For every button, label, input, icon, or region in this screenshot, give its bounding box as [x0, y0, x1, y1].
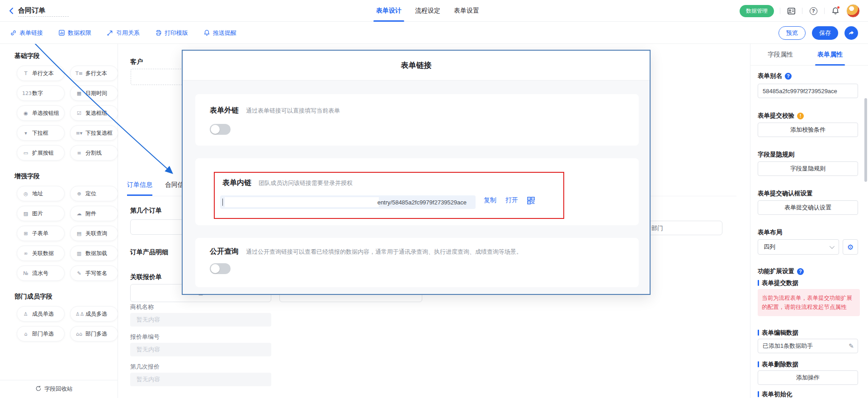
field-item-single-line-text[interactable]: T单行文本	[17, 66, 65, 81]
field-item-select[interactable]: ▾下拉框	[17, 125, 65, 141]
alias-input[interactable]: 58485a2fc9979f2739529ace	[758, 84, 858, 98]
extend-button-icon: ▭	[22, 150, 29, 156]
field-item-subform[interactable]: ⊞子表单	[17, 226, 65, 241]
field-item-checkbox-group[interactable]: ☑复选框组	[70, 105, 118, 121]
submit-confirm-button[interactable]: 表单提交确认设置	[758, 200, 858, 215]
field-item-label: 流水号	[32, 270, 48, 277]
preview-button[interactable]: 预览	[778, 26, 806, 40]
field-item-member-multi[interactable]: ♙♙成员多选	[70, 306, 118, 322]
field-item-related-query[interactable]: ▤关联查询	[70, 226, 118, 241]
toolbar-item-push-reminder[interactable]: 推送提醒	[203, 29, 236, 37]
add-validation-button[interactable]: 添加校验条件	[758, 123, 858, 137]
multi-select-icon: ≡▾	[75, 130, 83, 136]
tab-order-info[interactable]: 订单信息	[127, 181, 152, 196]
header-tab-flow-setting[interactable]: 流程设定	[415, 0, 440, 22]
field-item-radio-group[interactable]: ◉单选按钮组	[17, 105, 65, 121]
qrcode-icon[interactable]	[527, 197, 535, 206]
public-query-toggle[interactable]	[210, 263, 231, 274]
header-tab-form-setting[interactable]: 表单设置	[454, 0, 479, 22]
toolbar-item-print-template[interactable]: 打印模版	[155, 29, 188, 37]
recycle-label: 字段回收站	[44, 385, 73, 393]
field-item-divider[interactable]: ≡分割线	[70, 145, 118, 161]
field-item-attachment[interactable]: ☁附件	[70, 206, 118, 221]
help-icon[interactable]: ?	[797, 268, 804, 275]
save-button[interactable]: 保存	[812, 26, 838, 40]
field-recycle-bin[interactable]: 字段回收站	[0, 380, 118, 398]
field-label-related-quote: 关联报价单	[130, 273, 162, 281]
field-item-multi-line-text[interactable]: T≡多行文本	[70, 66, 118, 81]
avatar[interactable]	[846, 4, 860, 18]
external-link-toggle[interactable]	[210, 124, 231, 135]
open-link-button[interactable]: 打开	[505, 196, 518, 204]
field-item-address[interactable]: ◎地址	[17, 186, 65, 201]
help-icon[interactable]: ?	[785, 73, 792, 80]
field-item-label: 多行文本	[85, 70, 107, 77]
redacted-area	[225, 197, 379, 207]
location-icon: ⊕	[75, 191, 83, 197]
checkbox-group-icon: ☑	[75, 110, 83, 116]
toolbar-left: 表单链接数据权限引用关系打印模版推送提醒	[10, 22, 236, 44]
public-query-title: 公开查询	[210, 247, 239, 256]
field-label-order-detail: 订单产品明细	[130, 248, 168, 256]
field-item-label: 下拉框	[32, 129, 48, 137]
field-item-location[interactable]: ⊕定位	[70, 186, 118, 201]
toolbar-item-reference-relation[interactable]: 引用关系	[107, 29, 140, 37]
readonly-value-1: 暂无内容	[130, 343, 271, 356]
field-item-data-load[interactable]: ▥数据加载	[70, 246, 118, 261]
edit-pencil-icon[interactable]: ✎	[849, 342, 854, 350]
subform-icon: ⊞	[22, 231, 29, 237]
form-link-modal: 表单链接 表单外链 通过表单链接可以直接填写当前表单 表单内链 团队成员访问该链…	[182, 50, 651, 295]
field-item-number[interactable]: 123数字	[17, 85, 65, 101]
push-icon	[203, 29, 210, 36]
readonly-label-0: 商机名称	[130, 303, 154, 311]
field-item-label: 成员多选	[85, 310, 107, 318]
visibility-rules-button[interactable]: 字段显隐规则	[758, 161, 858, 176]
layout-gear-button[interactable]: ⚙	[843, 239, 858, 255]
field-item-signature[interactable]: ✎手写签名	[70, 265, 118, 281]
signature-icon: ✎	[75, 270, 83, 276]
external-link-desc: 通过表单链接可以直接填写当前表单	[246, 107, 340, 115]
section-title: 部门成员字段	[14, 293, 118, 301]
internal-link-desc: 团队成员访问该链接需要登录并授权	[259, 179, 353, 187]
tab-field-properties[interactable]: 字段属性	[768, 44, 793, 66]
validate-label: 表单提交校验 !	[758, 112, 804, 120]
field-item-serial-number[interactable]: №流水号	[17, 265, 65, 281]
toolbar-item-data-permission[interactable]: 数据权限	[58, 29, 91, 37]
field-item-label: 单行文本	[32, 70, 54, 77]
help-icon[interactable]: ?	[808, 6, 818, 16]
copy-link-button[interactable]: 复制	[484, 196, 496, 204]
layout-select[interactable]: 四列	[758, 239, 839, 255]
header-tab-form-design[interactable]: 表单设计	[376, 0, 401, 22]
field-item-member-single[interactable]: ♙成员单选	[17, 306, 65, 322]
print-icon	[155, 29, 162, 36]
field-item-image[interactable]: ▨图片	[17, 206, 65, 221]
field-item-label: 关联数据	[32, 250, 54, 257]
field-item-label: 数字	[32, 90, 43, 97]
notification-bell-icon[interactable]	[830, 6, 840, 16]
edit-data-section: 表单编辑数据	[758, 329, 798, 337]
share-button[interactable]	[844, 26, 858, 40]
contact-card-icon[interactable]	[786, 6, 796, 16]
toolbar-item-form-link[interactable]: 表单链接	[10, 29, 43, 37]
field-item-related-data[interactable]: ∞关联数据	[17, 246, 65, 261]
address-icon: ◎	[22, 191, 29, 197]
data-manage-button[interactable]: 数据管理	[740, 5, 774, 17]
multi-line-text-icon: T≡	[75, 71, 83, 76]
internal-link-input[interactable]: entry/58485a2fc9979f2739529ace	[220, 195, 476, 209]
add-operation-button[interactable]: 添加操作	[758, 370, 858, 385]
back-icon[interactable]	[7, 6, 16, 15]
field-item-label: 图片	[32, 210, 43, 218]
field-item-datetime[interactable]: ▦日期时间	[70, 85, 118, 101]
panel-scrollbar[interactable]	[864, 98, 867, 182]
section-title: 基础字段	[14, 52, 118, 60]
field-item-dept-single[interactable]: ⌂部门单选	[17, 326, 65, 341]
field-item-multi-select[interactable]: ≡▾下拉复选框	[70, 125, 118, 141]
page-title[interactable]: 合同订单	[18, 6, 45, 15]
edit-data-box[interactable]: 已添加1条数据助手 ✎	[758, 339, 858, 353]
field-item-dept-multi[interactable]: ⌂⌂部门多选	[70, 326, 118, 341]
field-item-label: 扩展按钮	[32, 149, 54, 157]
field-item-extend-button[interactable]: ▭扩展按钮	[17, 145, 65, 161]
layout-label: 表单布局	[758, 228, 782, 237]
tab-form-properties[interactable]: 表单属性	[817, 44, 843, 66]
divider	[802, 8, 802, 14]
